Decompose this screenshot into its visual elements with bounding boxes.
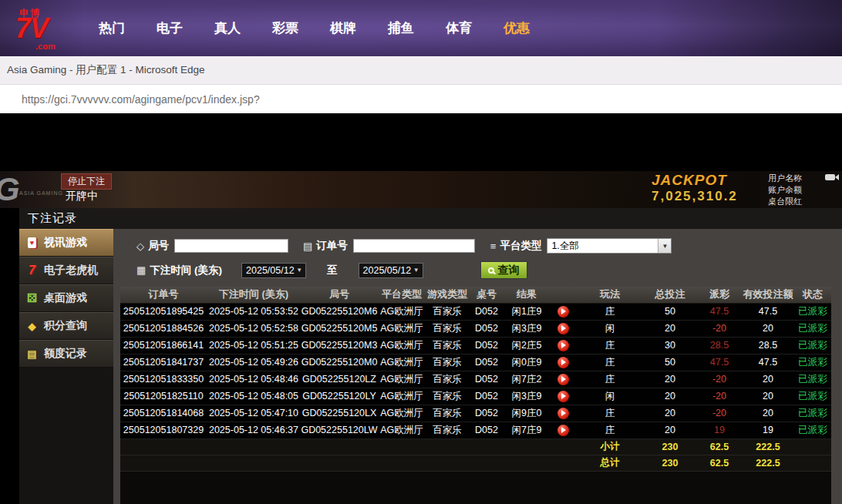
sidebar-item-video-games[interactable]: ♥ 视讯游戏 [19, 229, 113, 257]
table-body: 250512051895425 2025-05-12 05:53:52 GD05… [120, 303, 831, 438]
nav-item-fishing[interactable]: 捕鱼 [388, 19, 414, 37]
nav-item-sports[interactable]: 体育 [446, 19, 472, 37]
cell-replay [549, 320, 577, 337]
play-icon [561, 393, 566, 399]
replay-button[interactable] [557, 408, 569, 419]
play-icon [561, 427, 566, 433]
list-icon: ≡ [490, 240, 497, 252]
grand-total-valid-bet: 222.5 [742, 455, 794, 471]
replay-button[interactable] [557, 374, 569, 385]
grand-total-total-bet: 230 [643, 455, 697, 471]
tag-icon: ◇ [136, 240, 144, 252]
cell-round-id: GD052255120LY [301, 388, 378, 405]
replay-button[interactable] [557, 323, 569, 334]
ag-brand-letter: G [0, 171, 20, 208]
platform-select[interactable]: 1.全部 ▼ [547, 238, 672, 254]
cell-game-type: 百家乐 [426, 388, 469, 405]
cell-round-id: GD052255120M6 [301, 303, 378, 320]
replay-button[interactable] [557, 391, 569, 402]
cell-play: 闲 [577, 320, 643, 337]
replay-button[interactable] [557, 357, 569, 368]
cell-round-id: GD052255120LZ [301, 371, 378, 388]
play-icon [561, 325, 566, 331]
col-total-bet: 总投注 [643, 287, 697, 303]
logo-text-7v: 7V [15, 12, 48, 45]
account-balance-label: 账户余额 [768, 184, 842, 196]
cell-table-id: D052 [469, 337, 504, 354]
site-logo[interactable]: 申博 7V .com [14, 6, 69, 51]
cell-round-id: GD052255120M0 [301, 354, 378, 371]
nav-item-live[interactable]: 真人 [214, 19, 241, 37]
nav-item-slots[interactable]: 电子 [157, 19, 183, 37]
replay-button[interactable] [557, 306, 569, 318]
cell-round-id: GD052255120LX [301, 405, 378, 422]
cell-status: 已派彩 [794, 354, 831, 371]
date-to-picker[interactable]: 2025/05/12 ▼ [359, 263, 423, 278]
cell-play: 庄 [577, 422, 643, 438]
col-game-type: 游戏类型 [426, 287, 469, 303]
dropdown-arrow-icon: ▼ [296, 267, 302, 274]
cell-bet-time: 2025-05-12 05:49:26 [207, 354, 301, 371]
cell-game-type: 百家乐 [426, 405, 469, 422]
sidebar-item-slots[interactable]: 7 电子老虎机 [19, 257, 113, 284]
nav-item-promotions[interactable]: 优惠 [504, 19, 530, 37]
account-info-panel: 用户名称 账户余额 桌台限红 [759, 171, 842, 208]
cell-table-id: D052 [469, 405, 504, 422]
main-nav: 热门 电子 真人 彩票 棋牌 捕鱼 体育 优惠 [99, 19, 530, 37]
cell-result: 闲2庄5 [504, 337, 549, 354]
table-row: 250512051833350 2025-05-12 05:48:46 GD05… [120, 371, 831, 388]
ledger-icon: ▤ [25, 348, 39, 360]
cell-game-type: 百家乐 [426, 337, 469, 354]
col-order-id: 订单号 [120, 287, 207, 303]
grand-total-label: 总计 [577, 455, 643, 471]
order-number-input[interactable] [353, 239, 475, 253]
date-from-picker[interactable]: 2025/05/12 ▼ [241, 263, 306, 278]
sidebar-item-table-games[interactable]: ⚄ 桌面游戏 [19, 284, 113, 312]
dealing-status-label: 开牌中 [66, 190, 98, 203]
cell-payout: -20 [697, 388, 742, 405]
subtotal-payout: 62.5 [697, 438, 742, 455]
cell-status: 已派彩 [794, 303, 831, 320]
search-button[interactable]: 查询 [480, 261, 527, 279]
table-row: 250512051895425 2025-05-12 05:53:52 GD05… [120, 303, 831, 320]
subtotal-label: 小计 [577, 438, 643, 455]
replay-button[interactable] [557, 340, 569, 351]
cell-result: 闲1庄9 [504, 303, 549, 320]
sidebar: ♥ 视讯游戏 7 电子老虎机 ⚄ 桌面游戏 ◆ 积分查询 ▤ 额度记录 [19, 229, 113, 504]
window-title: Asia Gaming - 用户配置 1 - Microsoft Edge [7, 63, 205, 77]
cell-total-bet: 20 [643, 371, 697, 388]
browser-urlbar[interactable]: https://gci.7vvvvvv.com/agingame/pcv1/in… [0, 85, 842, 113]
gem-icon: ◆ [25, 321, 39, 332]
cell-bet-time: 2025-05-12 05:46:37 [207, 422, 301, 438]
grand-total-row: 总计 230 62.5 222.5 [120, 455, 831, 471]
cell-order-id: 250512051895425 [120, 303, 207, 320]
cell-payout: 28.5 [697, 337, 742, 354]
nav-item-hot[interactable]: 热门 [99, 19, 125, 37]
dropdown-arrow-icon[interactable]: ▼ [658, 239, 671, 253]
cell-replay [549, 371, 577, 388]
slot-seven-icon: 7 [25, 264, 39, 277]
sidebar-item-label: 电子老虎机 [44, 264, 98, 277]
cell-order-id: 250512051866141 [120, 337, 207, 354]
replay-button[interactable] [557, 425, 569, 436]
col-bet-time: 下注时间 (美东) [207, 287, 301, 303]
nav-item-lottery[interactable]: 彩票 [272, 19, 298, 37]
sidebar-item-points-query[interactable]: ◆ 积分查询 [19, 312, 113, 340]
cell-status: 已派彩 [794, 371, 831, 388]
panel-body: ♥ 视讯游戏 7 电子老虎机 ⚄ 桌面游戏 ◆ 积分查询 ▤ 额度记录 [19, 229, 842, 504]
sidebar-item-credit-records[interactable]: ▤ 额度记录 [19, 340, 113, 368]
dropdown-arrow-icon: ▼ [413, 267, 419, 274]
col-play: 玩法 [577, 287, 643, 303]
nav-item-chess[interactable]: 棋牌 [330, 19, 356, 37]
round-number-input[interactable] [174, 239, 288, 253]
url-text[interactable]: https://gci.7vvvvvv.com/agingame/pcv1/in… [22, 93, 260, 106]
to-label: 至 [327, 264, 338, 277]
col-result: 结果 [504, 287, 549, 303]
cell-total-bet: 20 [643, 320, 697, 337]
site-header: 申博 7V .com 热门 电子 真人 彩票 棋牌 捕鱼 体育 优惠 [0, 0, 842, 56]
cell-status: 已派彩 [794, 337, 831, 354]
jackpot-value: 7,025,310.2 [652, 189, 738, 203]
cell-play: 庄 [577, 303, 643, 320]
play-icon [561, 308, 566, 314]
table-row: 250512051814068 2025-05-12 05:47:10 GD05… [120, 405, 831, 422]
